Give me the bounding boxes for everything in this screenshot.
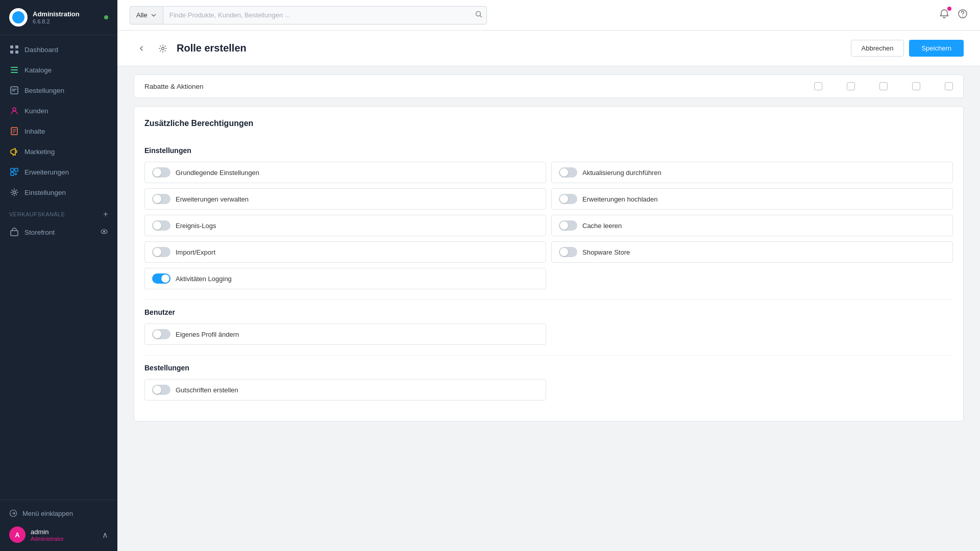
toggle-label-cache_leeren: Cache leeren (582, 222, 622, 230)
sidebar-header: Administration 6.6.8.2 (0, 0, 117, 35)
sidebar-item-kataloge[interactable]: Kataloge (0, 60, 117, 80)
perm-checkbox-5[interactable] (945, 82, 953, 90)
sidebar-item-label: Bestellungen (24, 87, 64, 94)
perm-checkbox-4[interactable] (912, 82, 920, 90)
svg-rect-4 (11, 67, 18, 68)
inhalte-icon (9, 126, 19, 136)
back-button[interactable] (134, 41, 149, 56)
page-header-actions: Abbrechen Speichern (851, 40, 964, 57)
toggle-item-erweiterungen_verwalten: Erweiterungen verwalten (144, 188, 546, 210)
toggle-switch-cache_leeren[interactable] (559, 220, 577, 231)
kunden-icon (9, 106, 19, 116)
svg-point-16 (103, 231, 105, 233)
toggle-switch-import_export[interactable] (152, 247, 170, 257)
bestellungen-title: Bestellungen (144, 364, 953, 372)
sidebar-item-storefront[interactable]: Storefront (0, 222, 117, 242)
svg-rect-7 (11, 87, 18, 94)
sidebar-item-label: Kunden (24, 107, 48, 115)
search-container: Alle (130, 6, 487, 24)
benutzer-toggles-grid: Eigenes Profil ändern (134, 323, 963, 355)
add-verkaufskanal-icon[interactable]: + (103, 210, 108, 219)
toggle-switch-aktualisierung[interactable] (559, 167, 577, 178)
user-chevron-icon[interactable]: ∧ (102, 530, 108, 540)
toggle-switch-erweiterungen_verwalten[interactable] (152, 194, 170, 204)
sidebar-item-label: Inhalte (24, 128, 45, 135)
settings-button[interactable] (155, 41, 170, 56)
toggle-switch-grundlegende[interactable] (152, 167, 170, 178)
sidebar-item-einstellungen[interactable]: Einstellungen (0, 182, 117, 203)
sidebar-item-label: Einstellungen (24, 189, 66, 196)
toggle-switch-eigenes_profil[interactable] (152, 329, 170, 339)
toggle-item-shopware_store: Shopware Store (551, 241, 953, 263)
toggle-switch-aktivitaeten_logging[interactable] (152, 273, 170, 284)
search-input-wrap (163, 6, 487, 24)
toggle-label-gutschriften: Gutschriften erstellen (176, 386, 238, 394)
permissions-table-card: Rabatte & Aktionen (134, 74, 964, 98)
einstellungen-toggles-grid: Grundlegende EinstellungenAktualisierung… (134, 162, 963, 299)
svg-rect-12 (11, 172, 14, 176)
collapse-menu-btn[interactable]: Menü einklappen (9, 505, 108, 521)
user-section: A admin Administrator ∧ (9, 521, 108, 546)
sidebar-item-marketing[interactable]: Marketing (0, 141, 117, 162)
toggle-label-shopware_store: Shopware Store (582, 248, 630, 256)
toggle-item-cache_leeren: Cache leeren (551, 215, 953, 236)
online-indicator (104, 15, 108, 19)
sidebar-item-bestellungen[interactable]: Bestellungen (0, 80, 117, 101)
page-header-left: Rolle erstellen (134, 41, 247, 56)
svg-rect-1 (15, 45, 18, 48)
topbar-actions (939, 9, 968, 21)
sidebar-nav: Dashboard Kataloge Bestellungen Kunden I… (0, 35, 117, 499)
perm-checkbox-1[interactable] (814, 82, 822, 90)
toggle-item-import_export: Import/Export (144, 241, 546, 263)
notification-badge (947, 7, 951, 11)
sidebar-footer: Menü einklappen A admin Administrator ∧ (0, 499, 117, 551)
toggle-switch-gutschriften[interactable] (152, 385, 170, 395)
einstellungen-title: Einstellungen (144, 146, 953, 155)
topbar: Alle (117, 0, 980, 31)
user-info: admin Administrator (31, 528, 97, 542)
sidebar-item-label: Kataloge (24, 66, 52, 74)
help-icon[interactable] (958, 9, 968, 21)
einstellungen-icon (9, 187, 19, 197)
search-button[interactable] (475, 10, 483, 20)
toggle-item-aktualisierung: Aktualisierung durchführen (551, 162, 953, 183)
toggle-switch-ereignis_logs[interactable] (152, 220, 170, 231)
benutzer-subsection: Benutzer (134, 300, 963, 316)
bestellungen-toggles-grid: Gutschriften erstellen (134, 379, 963, 411)
sidebar-item-erweiterungen[interactable]: Erweiterungen (0, 162, 117, 182)
svg-rect-10 (11, 168, 14, 171)
app-name: Administration (33, 10, 80, 19)
svg-point-21 (162, 47, 164, 49)
toggle-item-gutschriften: Gutschriften erstellen (144, 379, 546, 400)
zusaetzliche-berechtigungen-card: Zusätzliche Berechtigungen Einstellungen… (134, 106, 964, 421)
perm-checkbox-3[interactable] (879, 82, 888, 90)
toggle-item-erweiterungen_hochladen: Erweiterungen hochladen (551, 188, 953, 210)
toggle-switch-erweiterungen_hochladen[interactable] (559, 194, 577, 204)
search-filter-dropdown[interactable]: Alle (130, 6, 163, 24)
permission-row-rabatte: Rabatte & Aktionen (134, 75, 963, 97)
toggle-label-erweiterungen_hochladen: Erweiterungen hochladen (582, 195, 657, 203)
notifications-icon[interactable] (939, 9, 949, 21)
search-input[interactable] (163, 6, 487, 24)
svg-rect-14 (11, 231, 18, 236)
page-header: Rolle erstellen Abbrechen Speichern (117, 31, 980, 66)
storefront-eye-icon[interactable] (100, 228, 108, 237)
save-button[interactable]: Speichern (909, 40, 964, 57)
cancel-button[interactable]: Abbrechen (851, 40, 904, 57)
benutzer-title: Benutzer (144, 308, 953, 316)
bestellungen-subsection: Bestellungen (134, 356, 963, 372)
toggle-label-aktualisierung: Aktualisierung durchführen (582, 169, 662, 177)
sidebar-item-dashboard[interactable]: Dashboard (0, 39, 117, 60)
perm-checkbox-2[interactable] (847, 82, 855, 90)
sidebar-item-label: Erweiterungen (24, 168, 69, 176)
toggle-switch-shopware_store[interactable] (559, 247, 577, 257)
toggle-item-eigenes_profil: Eigenes Profil ändern (144, 323, 546, 345)
toggle-label-grundlegende: Grundlegende Einstellungen (176, 169, 259, 177)
user-name: admin (31, 528, 97, 536)
sidebar-item-inhalte[interactable]: Inhalte (0, 121, 117, 141)
sidebar-item-label: Storefront (24, 229, 55, 236)
form-area: Rabatte & Aktionen Zusätzliche Berechtig… (117, 66, 980, 446)
svg-rect-5 (11, 69, 18, 70)
sidebar-item-kunden[interactable]: Kunden (0, 101, 117, 121)
toggle-label-eigenes_profil: Eigenes Profil ändern (176, 331, 239, 338)
